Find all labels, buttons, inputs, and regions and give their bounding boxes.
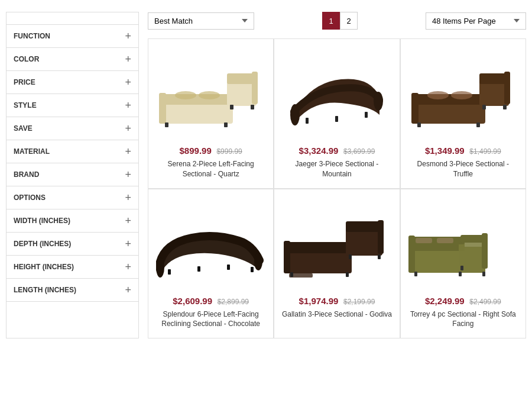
pagination: 1 2 [322,12,358,30]
orig-price-p3: $1,499.99 [469,147,501,156]
svg-rect-36 [287,242,352,253]
plus-icon-save: + [125,123,131,134]
svg-rect-39 [284,241,290,273]
svg-rect-57 [482,272,485,276]
plus-icon-brand: + [125,169,131,180]
svg-rect-4 [159,93,166,124]
svg-rect-5 [252,72,258,104]
svg-rect-24 [476,122,480,127]
filter-label-save: SAVE [14,124,33,133]
svg-rect-34 [251,267,254,272]
product-name-p1: Serena 2-Piece Left-Facing Sectional - Q… [154,159,267,179]
svg-rect-44 [349,254,352,259]
svg-rect-38 [346,221,382,232]
sale-price-p5: $1,974.99 [299,296,339,306]
svg-rect-21 [411,93,419,124]
filter-item-length[interactable]: LENGTH (INCHES)+ [7,279,138,302]
product-name-p5: Gallatin 3-Piece Sectional - Godiva [282,309,392,320]
svg-rect-9 [251,105,254,109]
svg-rect-45 [378,254,381,259]
svg-rect-56 [459,272,462,276]
page-wrapper: FUNCTION+COLOR+PRICE+STYLE+SAVE+MATERIAL… [0,0,532,344]
orig-price-p2: $3,699.99 [343,147,375,156]
product-cell-p1[interactable]: $899.99 $999.99 Serena 2-Piece Left-Faci… [148,38,274,189]
svg-rect-16 [365,112,368,118]
filter-item-material[interactable]: MATERIAL+ [7,140,138,163]
svg-rect-43 [346,272,349,277]
main-content: Best MatchPrice: Low to HighPrice: High … [139,12,526,338]
svg-rect-23 [417,122,421,127]
sidebar: FUNCTION+COLOR+PRICE+STYLE+SAVE+MATERIAL… [6,12,139,338]
product-cell-p5[interactable]: $1,974.99 $2,199.99 Gallatin 3-Piece Sec… [274,189,400,339]
filter-label-function: FUNCTION [14,32,50,40]
svg-rect-18 [414,94,485,105]
items-per-page-select[interactable]: 24 Items Per Page48 Items Per Page96 Ite… [426,12,526,30]
svg-rect-58 [460,266,463,270]
plus-icon-style: + [125,100,131,111]
filter-item-brand[interactable]: BRAND+ [7,163,138,186]
sort-select[interactable]: Best MatchPrice: Low to HighPrice: High … [148,12,254,30]
product-cell-p6[interactable]: $2,249.99 $2,499.99 Torrey 4 pc Sectiona… [400,189,526,339]
filter-item-style[interactable]: STYLE+ [7,94,138,117]
orig-price-p6: $2,499.99 [469,298,501,306]
filter-label-height: HEIGHT (INCHES) [14,263,74,271]
price-area-p4: $2,609.99 $2,899.99 [173,296,249,306]
svg-point-11 [199,91,220,99]
product-name-p3: Desmond 3-Piece Sectional - Truffle [407,159,520,179]
svg-point-13 [374,92,383,111]
filter-label-length: LENGTH (INCHES) [14,286,76,294]
filter-label-color: COLOR [14,55,39,63]
svg-rect-32 [197,266,200,272]
orig-price-p4: $2,899.99 [218,298,249,306]
plus-icon-color: + [125,54,131,65]
svg-rect-14 [306,118,309,124]
svg-point-27 [427,91,449,99]
svg-rect-25 [482,105,486,109]
toolbar: Best MatchPrice: Low to HighPrice: High … [148,12,526,30]
price-area-p5: $1,974.99 $2,199.99 [299,296,375,306]
filter-items-container: FUNCTION+COLOR+PRICE+STYLE+SAVE+MATERIAL… [7,25,138,302]
filter-item-width[interactable]: WIDTH (INCHES)+ [7,209,138,233]
product-cell-p4[interactable]: $2,609.99 $2,899.99 Splendour 6-Piece Le… [148,189,274,339]
plus-icon-material: + [125,146,131,157]
plus-icon-depth: + [125,238,131,249]
svg-rect-40 [378,220,384,254]
orig-price-p1: $999.99 [216,147,242,156]
sale-price-p2: $3,324.99 [299,146,339,156]
svg-point-30 [254,253,262,270]
filter-label-brand: BRAND [14,170,39,179]
filter-label-material: MATERIAL [14,147,50,156]
filter-label-options: OPTIONS [14,194,46,202]
orig-price-p5: $2,199.99 [343,298,375,306]
filter-item-save[interactable]: SAVE+ [7,117,138,140]
plus-icon-price: + [125,77,131,88]
svg-rect-31 [168,269,171,275]
product-cell-p3[interactable]: $1,349.99 $1,499.99 Desmond 3-Piece Sect… [400,38,526,189]
svg-rect-52 [482,233,488,269]
sale-price-p3: $1,349.99 [425,146,465,156]
product-image-p4 [154,198,267,290]
filter-item-function[interactable]: FUNCTION+ [7,25,138,48]
plus-icon-length: + [125,285,131,295]
svg-rect-51 [408,236,415,273]
page-2-button[interactable]: 2 [340,12,358,30]
svg-point-10 [175,91,196,99]
filter-item-color[interactable]: COLOR+ [7,48,138,71]
product-image-p6 [407,198,520,290]
product-name-p2: Jaeger 3-Piece Sectional - Mountain [280,159,393,179]
price-area-p3: $1,349.99 $1,499.99 [425,146,501,156]
filter-item-options[interactable]: OPTIONS+ [7,186,138,209]
svg-rect-42 [290,272,293,277]
product-image-p2 [280,48,393,140]
product-cell-p2[interactable]: $3,324.99 $3,699.99 Jaeger 3-Piece Secti… [274,38,400,189]
main-layout: FUNCTION+COLOR+PRICE+STYLE+SAVE+MATERIAL… [6,12,526,338]
filter-label-style: STYLE [14,101,37,109]
filter-item-depth[interactable]: DEPTH (INCHES)+ [7,233,138,256]
filter-item-height[interactable]: HEIGHT (INCHES)+ [7,256,138,279]
page-1-button[interactable]: 1 [322,12,340,30]
filter-item-price[interactable]: PRICE+ [7,71,138,94]
product-image-p5 [280,198,393,290]
filter-label-width: WIDTH (INCHES) [14,217,70,225]
svg-rect-33 [227,265,230,270]
plus-icon-options: + [125,192,131,203]
